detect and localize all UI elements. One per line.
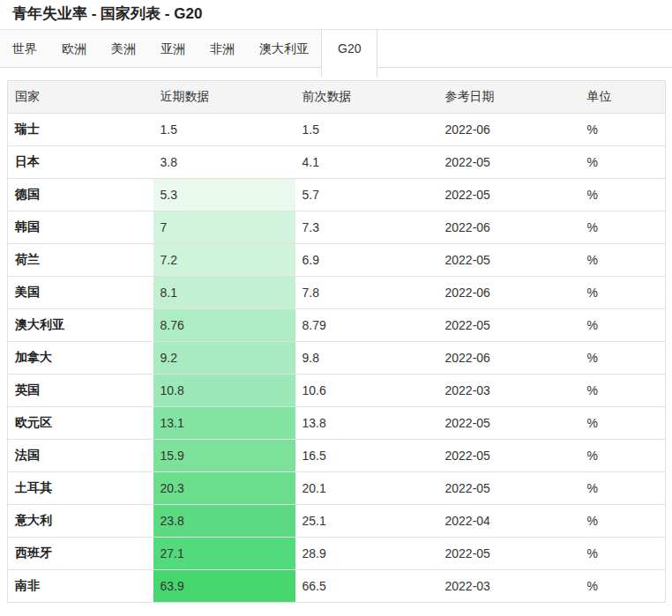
tab-africa[interactable]: 非洲 [198, 30, 247, 67]
last-value-cell: 23.8 [153, 505, 295, 538]
unit-cell: % [580, 244, 666, 277]
region-tabs-group: 世界欧洲美洲亚洲非洲澳大利亚 [0, 30, 321, 68]
previous-value-cell: 20.1 [295, 472, 438, 505]
tab-asia[interactable]: 亚洲 [148, 30, 198, 67]
table-row: 意大利23.825.12022-04% [8, 505, 666, 538]
previous-value-cell: 25.1 [295, 505, 438, 538]
column-header-3: 参考日期 [438, 81, 580, 114]
table-row: 日本3.84.12022-05% [8, 146, 666, 179]
country-link[interactable]: 韩国 [8, 212, 153, 244]
reference-date-cell: 2022-04 [438, 505, 580, 538]
reference-date-cell: 2022-05 [438, 440, 580, 472]
reference-date-cell: 2022-05 [438, 146, 580, 179]
last-value-cell: 7.2 [153, 244, 295, 277]
last-value-cell: 7 [153, 212, 295, 244]
last-value-cell: 20.3 [153, 472, 295, 505]
unit-cell: % [580, 440, 666, 472]
column-header-2: 前次数据 [295, 81, 438, 114]
unit-cell: % [580, 277, 666, 309]
column-header-0: 国家 [8, 81, 153, 114]
reference-date-cell: 2022-06 [438, 277, 580, 309]
previous-value-cell: 4.1 [295, 146, 438, 179]
last-value-cell: 15.9 [153, 440, 295, 472]
unit-cell: % [580, 212, 666, 244]
table-row: 荷兰7.26.92022-05% [8, 244, 666, 277]
reference-date-cell: 2022-05 [438, 179, 580, 212]
unit-cell: % [580, 472, 666, 505]
previous-value-cell: 28.9 [295, 538, 438, 570]
unit-cell: % [580, 570, 666, 603]
previous-value-cell: 10.6 [295, 375, 438, 407]
reference-date-cell: 2022-03 [438, 375, 580, 407]
country-link[interactable]: 英国 [8, 375, 153, 407]
previous-value-cell: 16.5 [295, 440, 438, 472]
table-row: 英国10.810.62022-03% [8, 375, 666, 407]
country-link[interactable]: 瑞士 [8, 114, 153, 146]
countries-table: 国家近期数据前次数据参考日期单位 瑞士1.51.52022-06%日本3.84.… [7, 80, 666, 603]
country-link[interactable]: 德国 [8, 179, 153, 212]
country-link[interactable]: 日本 [8, 146, 153, 179]
last-value-cell: 3.8 [153, 146, 295, 179]
region-tabs: 世界欧洲美洲亚洲非洲澳大利亚 G20 [0, 30, 672, 77]
country-link[interactable]: 美国 [8, 277, 153, 309]
last-value-cell: 13.1 [153, 407, 295, 440]
reference-date-cell: 2022-05 [438, 309, 580, 342]
tab-g20[interactable]: G20 [321, 30, 377, 77]
previous-value-cell: 8.79 [295, 309, 438, 342]
unit-cell: % [580, 407, 666, 440]
unit-cell: % [580, 505, 666, 538]
country-link[interactable]: 法国 [8, 440, 153, 472]
previous-value-cell: 13.8 [295, 407, 438, 440]
table-row: 韩国77.32022-06% [8, 212, 666, 244]
last-value-cell: 10.8 [153, 375, 295, 407]
tab-europe[interactable]: 欧洲 [49, 30, 99, 67]
country-link[interactable]: 加拿大 [8, 342, 153, 375]
reference-date-cell: 2022-06 [438, 342, 580, 375]
country-link[interactable]: 澳大利亚 [8, 309, 153, 342]
table-row: 瑞士1.51.52022-06% [8, 114, 666, 146]
table-row: 南非63.966.52022-03% [8, 570, 666, 603]
table-row: 德国5.35.72022-05% [8, 179, 666, 212]
last-value-cell: 8.1 [153, 277, 295, 309]
previous-value-cell: 7.8 [295, 277, 438, 309]
table-row: 欧元区13.113.82022-05% [8, 407, 666, 440]
previous-value-cell: 9.8 [295, 342, 438, 375]
reference-date-cell: 2022-03 [438, 570, 580, 603]
table-row: 澳大利亚8.768.792022-05% [8, 309, 666, 342]
unit-cell: % [580, 146, 666, 179]
column-header-1: 近期数据 [153, 81, 295, 114]
reference-date-cell: 2022-05 [438, 538, 580, 570]
previous-value-cell: 1.5 [295, 114, 438, 146]
last-value-cell: 9.2 [153, 342, 295, 375]
reference-date-cell: 2022-05 [438, 407, 580, 440]
previous-value-cell: 7.3 [295, 212, 438, 244]
reference-date-cell: 2022-05 [438, 472, 580, 505]
table-row: 西班牙27.128.92022-05% [8, 538, 666, 570]
country-link[interactable]: 西班牙 [8, 538, 153, 570]
column-header-4: 单位 [580, 81, 666, 114]
table-row: 加拿大9.29.82022-06% [8, 342, 666, 375]
tab-world[interactable]: 世界 [0, 30, 49, 67]
previous-value-cell: 5.7 [295, 179, 438, 212]
page-title: 青年失业率 - 国家列表 - G20 [12, 6, 660, 22]
country-link[interactable]: 土耳其 [8, 472, 153, 505]
unit-cell: % [580, 538, 666, 570]
country-link[interactable]: 欧元区 [8, 407, 153, 440]
tab-australia[interactable]: 澳大利亚 [247, 30, 321, 67]
table-header-row: 国家近期数据前次数据参考日期单位 [8, 81, 666, 114]
tab-america[interactable]: 美洲 [99, 30, 148, 67]
table-row: 土耳其20.320.12022-05% [8, 472, 666, 505]
last-value-cell: 1.5 [153, 114, 295, 146]
unit-cell: % [580, 114, 666, 146]
country-link[interactable]: 南非 [8, 570, 153, 603]
table-row: 美国8.17.82022-06% [8, 277, 666, 309]
last-value-cell: 63.9 [153, 570, 295, 603]
previous-value-cell: 6.9 [295, 244, 438, 277]
unit-cell: % [580, 179, 666, 212]
table-row: 法国15.916.52022-05% [8, 440, 666, 472]
reference-date-cell: 2022-06 [438, 212, 580, 244]
reference-date-cell: 2022-06 [438, 114, 580, 146]
country-link[interactable]: 意大利 [8, 505, 153, 538]
country-link[interactable]: 荷兰 [8, 244, 153, 277]
reference-date-cell: 2022-05 [438, 244, 580, 277]
